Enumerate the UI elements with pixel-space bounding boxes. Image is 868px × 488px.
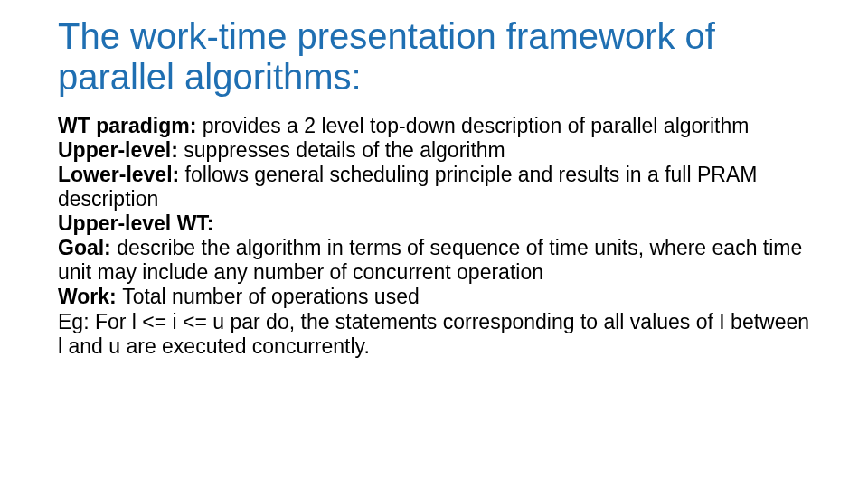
slide-body: WT paradigm: provides a 2 level top-down… [58, 114, 810, 359]
label-lower-level: Lower-level: [58, 163, 185, 186]
item-upper-level-wt: Upper-level WT: [58, 211, 810, 236]
item-wt-paradigm: WT paradigm: provides a 2 level top-down… [58, 114, 810, 138]
item-upper-level: Upper-level: suppresses details of the a… [58, 138, 810, 163]
text-wt-paradigm: provides a 2 level top-down description … [203, 114, 750, 137]
text-upper-level: suppresses details of the algorithm [184, 138, 505, 162]
label-wt-paradigm: WT paradigm: [58, 114, 203, 137]
item-work: Work: Total number of operations used [58, 285, 810, 309]
slide-title: The work-time presentation framework of … [58, 16, 810, 98]
item-lower-level: Lower-level: follows general scheduling … [58, 163, 810, 211]
text-goal: describe the algorithm in terms of seque… [58, 236, 802, 284]
text-eg: Eg: For l <= i <= u par do, the statemen… [58, 310, 809, 358]
item-goal: Goal: describe the algorithm in terms of… [58, 236, 810, 285]
label-goal: Goal: [58, 236, 117, 259]
label-upper-level-wt: Upper-level WT: [58, 211, 214, 235]
item-eg: Eg: For l <= i <= u par do, the statemen… [58, 310, 810, 359]
label-work: Work: [58, 285, 122, 308]
text-work: Total number of operations used [122, 285, 420, 308]
label-upper-level: Upper-level: [58, 138, 184, 162]
